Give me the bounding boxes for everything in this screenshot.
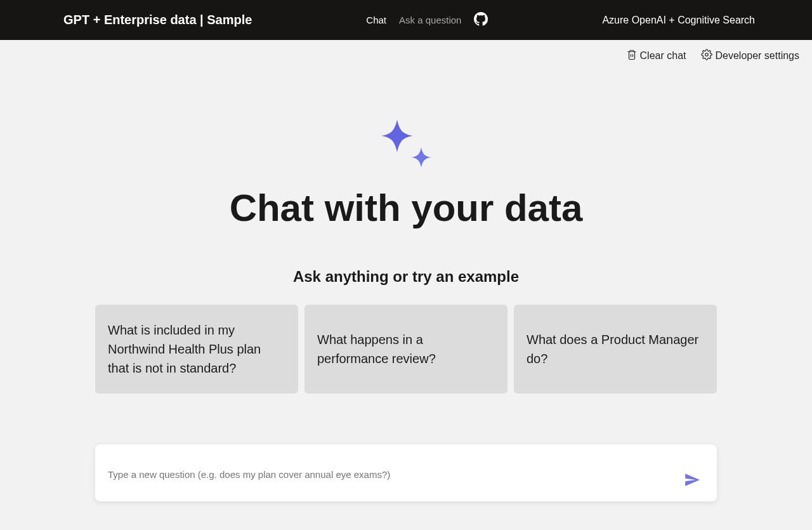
toolbar: Clear chat Developer settings bbox=[0, 40, 812, 72]
header-nav: Chat Ask a question bbox=[252, 12, 602, 29]
page-heading: Chat with your data bbox=[230, 186, 583, 230]
example-card-2[interactable]: What happens in a performance review? bbox=[304, 305, 508, 394]
send-button[interactable] bbox=[680, 468, 704, 494]
header-right: Azure OpenAI + Cognitive Search bbox=[602, 15, 755, 26]
app-title: GPT + Enterprise data | Sample bbox=[63, 13, 252, 27]
sparkle-icon bbox=[377, 116, 435, 173]
clear-chat-button[interactable]: Clear chat bbox=[626, 49, 686, 63]
app-header: GPT + Enterprise data | Sample Chat Ask … bbox=[0, 0, 812, 40]
example-card-3[interactable]: What does a Product Manager do? bbox=[514, 305, 717, 394]
question-input-area bbox=[95, 444, 717, 501]
main-content: Chat with your data Ask anything or try … bbox=[0, 72, 812, 501]
developer-settings-label: Developer settings bbox=[715, 50, 799, 62]
example-card-1[interactable]: What is included in my Northwind Health … bbox=[95, 305, 298, 394]
header-left: GPT + Enterprise data | Sample bbox=[63, 13, 252, 27]
clear-chat-label: Clear chat bbox=[640, 50, 686, 62]
header-subtitle: Azure OpenAI + Cognitive Search bbox=[602, 15, 755, 25]
page-subheading: Ask anything or try an example bbox=[293, 268, 519, 286]
gear-icon bbox=[701, 49, 712, 63]
developer-settings-button[interactable]: Developer settings bbox=[701, 49, 799, 63]
send-icon bbox=[684, 480, 700, 490]
nav-chat[interactable]: Chat bbox=[366, 15, 386, 25]
nav-ask-question[interactable]: Ask a question bbox=[399, 15, 461, 25]
svg-point-0 bbox=[705, 53, 709, 56]
question-input[interactable] bbox=[108, 467, 680, 480]
trash-icon bbox=[626, 49, 638, 63]
example-list: What is included in my Northwind Health … bbox=[95, 305, 717, 394]
github-icon[interactable] bbox=[474, 12, 488, 29]
